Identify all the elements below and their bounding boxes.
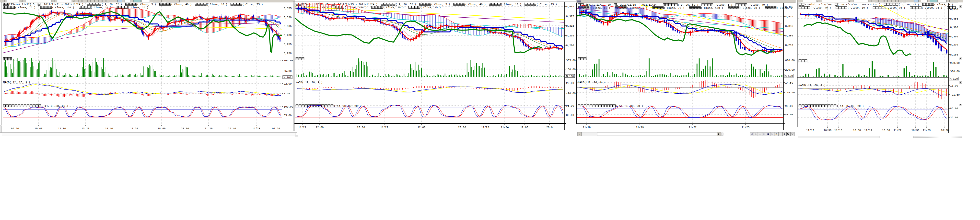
svg-text:17:20: 17:20 bbox=[130, 127, 138, 130]
svg-text:35.00: 35.00 bbox=[950, 116, 958, 119]
svg-text:225mini 11/12( 15: 225mini 11/12( 15 bbox=[302, 3, 328, 6]
svg-text:( Close, 10 ): ( Close, 10 ) bbox=[590, 6, 610, 9]
svg-text:8,305: 8,305 bbox=[284, 25, 291, 28]
svg-text:12:00: 12:00 bbox=[418, 126, 425, 129]
svg-text:8,305: 8,305 bbox=[950, 35, 958, 38]
svg-text:65.00: 65.00 bbox=[284, 70, 291, 73]
svg-text:( Close, 10 ): ( Close, 10 ) bbox=[207, 3, 228, 6]
svg-text:100: 100 bbox=[286, 76, 291, 79]
svg-text:225mini 11/12( 5: 225mini 11/12( 5 bbox=[9, 3, 35, 6]
svg-text:11/23: 11/23 bbox=[923, 129, 931, 132]
svg-text:( Close, 5 ): ( Close, 5 ) bbox=[137, 3, 156, 6]
svg-text:( 9, 26, 52 ): ( 9, 26, 52 ) bbox=[102, 3, 122, 6]
svg-text:( Close, 150 ): ( Close, 150 ) bbox=[345, 6, 367, 9]
svg-text:11/23: 11/23 bbox=[481, 126, 489, 129]
svg-text:225mini 11/12( 60: 225mini 11/12( 60 bbox=[805, 3, 831, 6]
svg-text:( Close, 2: ( Close, 2 bbox=[776, 6, 792, 9]
svg-text:8,315: 8,315 bbox=[566, 24, 574, 27]
svg-text:11/23: 11/23 bbox=[252, 127, 260, 130]
svg-text:900.00: 900.00 bbox=[950, 62, 960, 65]
svg-text:( Close, 75 ): ( Close, 75 ) bbox=[15, 6, 35, 9]
svg-text:8,375: 8,375 bbox=[566, 15, 574, 18]
svg-text:( Close, 40 ): ( Close, 40 ) bbox=[748, 3, 768, 6]
svg-text:11/18: 11/18 bbox=[583, 126, 590, 129]
svg-text:12:00: 12:00 bbox=[316, 126, 324, 129]
svg-text:8,280: 8,280 bbox=[785, 34, 793, 37]
svg-text:( Close, 5 ): ( Close, 5 ) bbox=[431, 3, 450, 6]
svg-text:150.00: 150.00 bbox=[566, 68, 576, 71]
svg-text:8,280: 8,280 bbox=[284, 34, 291, 36]
svg-text:( Close, 5 ): ( Close, 5 ) bbox=[713, 3, 733, 6]
svg-text:12:00: 12:00 bbox=[58, 127, 66, 130]
svg-text:MACD( 12, 26, 9 ): MACD( 12, 26, 9 ) bbox=[3, 81, 30, 84]
svg-text:11/17: 11/17 bbox=[806, 129, 814, 132]
svg-text:MACD( 12, 26, 9 ): MACD( 12, 26, 9 ) bbox=[296, 81, 323, 84]
svg-text:85.00: 85.00 bbox=[950, 107, 958, 110]
svg-text:22:40: 22:40 bbox=[228, 127, 236, 130]
svg-text:300.00: 300.00 bbox=[950, 70, 960, 73]
svg-text:( Close, 10 ): ( Close, 10 ) bbox=[848, 6, 868, 9]
svg-text:11/21: 11/21 bbox=[298, 126, 306, 129]
svg-text:95.00: 95.00 bbox=[785, 104, 793, 108]
svg-text:165.00: 165.00 bbox=[284, 59, 293, 62]
svg-text:16:30: 16:30 bbox=[882, 129, 890, 132]
svg-text:8,330: 8,330 bbox=[284, 16, 291, 19]
svg-text:8,380: 8,380 bbox=[950, 26, 958, 29]
svg-text:14.50: 14.50 bbox=[785, 81, 793, 84]
svg-text:( Close, 25 ): ( Close, 25 ) bbox=[420, 6, 441, 9]
svg-text:( Close, 10 ): ( Close, 10 ) bbox=[501, 3, 521, 6]
svg-text:-21.50: -21.50 bbox=[950, 93, 960, 96]
svg-text:( Close, 75 ): ( Close, 75 ) bbox=[664, 6, 684, 9]
svg-text:13:20: 13:20 bbox=[81, 127, 89, 130]
svg-text:L: L bbox=[780, 133, 781, 136]
svg-text:16:30: 16:30 bbox=[941, 129, 949, 132]
svg-text:95.00: 95.00 bbox=[566, 104, 574, 107]
svg-text:8,435: 8,435 bbox=[566, 5, 574, 8]
svg-text:, 2011/11/15 - 2011/11/24 ): , 2011/11/15 - 2011/11/24 ) bbox=[617, 3, 660, 6]
svg-text:20:00: 20:00 bbox=[357, 126, 365, 129]
svg-text:D: D bbox=[775, 133, 777, 136]
svg-text:200.00: 200.00 bbox=[785, 68, 795, 71]
svg-text:11/19: 11/19 bbox=[636, 126, 644, 129]
svg-text:8,415: 8,415 bbox=[785, 15, 793, 18]
svg-text:100.00: 100.00 bbox=[284, 105, 293, 108]
svg-text:01:20: 01:20 bbox=[272, 127, 280, 130]
svg-text:09:20: 09:20 bbox=[11, 127, 19, 130]
svg-text:100: 100 bbox=[569, 75, 574, 78]
svg-text:( Close, 20 ): ( Close, 20 ) bbox=[740, 6, 760, 9]
svg-text:( 9, 26, 52 ): ( 9, 26, 52 ) bbox=[899, 3, 919, 6]
svg-text:MACD( 12, 26, 9 ): MACD( 12, 26, 9 ) bbox=[799, 84, 826, 87]
svg-text:8,155: 8,155 bbox=[950, 53, 958, 56]
svg-text:8,455: 8,455 bbox=[950, 17, 958, 20]
svg-text:, 2011/11/15 - 2011/11/24 ): , 2011/11/15 - 2011/11/24 ) bbox=[838, 3, 881, 6]
svg-text:11/22: 11/22 bbox=[894, 129, 901, 132]
svg-text:16:30: 16:30 bbox=[912, 129, 919, 132]
svg-text:( Close, 75 ): ( Close, 75 ) bbox=[922, 6, 942, 9]
svg-text:100: 100 bbox=[953, 78, 958, 81]
svg-text:( 14, 3, 80, 20 ): ( 14, 3, 80, 20 ) bbox=[41, 104, 68, 108]
svg-text:8,255: 8,255 bbox=[284, 43, 291, 46]
svg-text:8,255: 8,255 bbox=[566, 34, 574, 37]
svg-text:R: R bbox=[784, 133, 785, 136]
svg-text:8,210: 8,210 bbox=[785, 44, 793, 47]
svg-text:( 9, 26, 52 ): ( 9, 26, 52 ) bbox=[396, 3, 416, 6]
svg-text:-20.00: -20.00 bbox=[566, 92, 576, 95]
svg-text:8,230: 8,230 bbox=[284, 52, 291, 55]
svg-text:11/19: 11/19 bbox=[864, 129, 872, 132]
svg-text:16:30: 16:30 bbox=[824, 129, 831, 132]
svg-text:100: 100 bbox=[788, 74, 793, 78]
svg-text:8,200: 8,200 bbox=[566, 44, 574, 47]
svg-text:35.00: 35.00 bbox=[566, 114, 574, 117]
svg-text:( Close, 20 ): ( Close, 20 ) bbox=[383, 6, 404, 9]
svg-text:, 2011/11/21 - 2011/11/24 ): , 2011/11/21 - 2011/11/24 ) bbox=[41, 3, 83, 6]
svg-text:( Close, 75 ): ( Close, 75 ) bbox=[242, 3, 263, 6]
svg-text:18:40: 18:40 bbox=[158, 127, 165, 130]
svg-text:( Close, 5 ): ( Close, 5 ) bbox=[934, 3, 953, 6]
svg-text:40.00: 40.00 bbox=[785, 113, 793, 116]
svg-text:1.50: 1.50 bbox=[284, 92, 290, 95]
svg-text:20:0: 20:0 bbox=[546, 126, 553, 129]
svg-text:11/23: 11/23 bbox=[741, 126, 749, 129]
svg-text:-14.50: -14.50 bbox=[785, 91, 795, 94]
svg-text:( Close, 150 ): ( Close, 150 ) bbox=[701, 6, 723, 9]
svg-text:( Close, 75 ): ( Close, 75 ) bbox=[536, 3, 557, 6]
